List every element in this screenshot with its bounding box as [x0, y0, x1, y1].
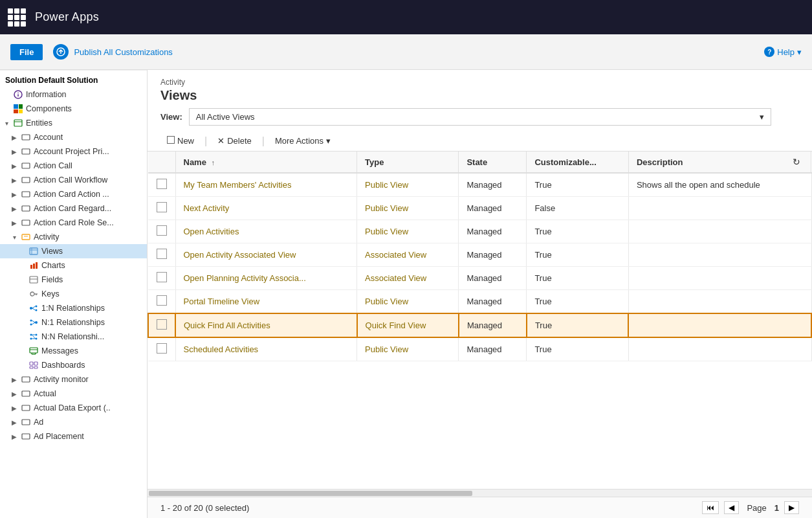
arrow-icon: ▶	[10, 390, 18, 398]
table-row[interactable]: Open Activity Associated ViewAssociated …	[148, 243, 811, 267]
sidebar-item-messages[interactable]: Messages	[0, 344, 147, 358]
sidebar-label-n1-rel: N:1 Relationships	[41, 318, 105, 327]
sidebar-item-n1-rel[interactable]: N:1 Relationships	[0, 315, 147, 330]
prev-page-button[interactable]: ◀	[724, 501, 739, 514]
dashboards-icon	[28, 360, 39, 370]
row-checkbox[interactable]	[157, 272, 167, 282]
sidebar-item-components[interactable]: Components	[0, 102, 147, 116]
entities-icon	[13, 118, 23, 128]
row-name-link[interactable]: Scheduled Activities	[184, 344, 259, 354]
table-row[interactable]: Scheduled ActivitiesPublic ViewManagedTr…	[148, 337, 811, 361]
table-row[interactable]: Open ActivitiesPublic ViewManagedTrue	[148, 220, 811, 243]
sidebar-item-charts[interactable]: Charts	[0, 258, 147, 273]
sidebar-item-action-card-regard[interactable]: ▶ Action Card Regard...	[0, 201, 147, 216]
col-header-type[interactable]: Type	[357, 152, 459, 173]
row-state-cell: Managed	[459, 243, 527, 267]
more-actions-button[interactable]: More Actions ▾	[269, 133, 337, 148]
sidebar-item-views[interactable]: Views	[0, 244, 147, 258]
table-row[interactable]: Portal Timeline ViewPublic ViewManagedTr…	[148, 290, 811, 314]
sidebar-item-actual[interactable]: ▶ Actual	[0, 387, 147, 401]
sidebar-item-action-card-role[interactable]: ▶ Action Card Role Se...	[0, 216, 147, 230]
sidebar-item-ad-placement[interactable]: ▶ Ad Placement	[0, 429, 147, 444]
sidebar-item-action-card-action[interactable]: ▶ Action Card Action ...	[0, 187, 147, 201]
horizontal-scrollbar[interactable]	[148, 489, 812, 497]
row-state-cell: Managed	[459, 220, 527, 243]
row-checkbox[interactable]	[157, 343, 167, 354]
row-name-link[interactable]: Quick Find All Activities	[184, 321, 270, 330]
solution-label: Solution Default Solution	[0, 70, 147, 87]
sidebar-item-dashboards[interactable]: Dashboards	[0, 358, 147, 372]
sidebar-item-information[interactable]: Information	[0, 87, 147, 102]
toolbar: File Publish All Customizations ? Help ▾	[0, 34, 812, 70]
waffle-menu[interactable]	[8, 8, 26, 27]
file-button[interactable]: File	[10, 44, 43, 60]
col-header-customizable[interactable]: Customizable...	[527, 152, 629, 173]
table-row[interactable]: Next ActivityPublic ViewManagedFalse	[148, 197, 811, 220]
svg-rect-10	[22, 177, 30, 183]
row-checkbox[interactable]	[157, 319, 167, 330]
sidebar-item-1n-rel[interactable]: 1:N Relationships	[0, 301, 147, 315]
sidebar-label-activity-monitor: Activity monitor	[34, 375, 89, 384]
sidebar-label-activity: Activity	[34, 232, 60, 242]
sidebar-label-action-card-action: Action Card Action ...	[34, 190, 109, 199]
row-name-link[interactable]: Open Activity Associated View	[184, 250, 296, 260]
entity-open-icon	[21, 232, 31, 242]
col-header-name[interactable]: Name ↑	[175, 152, 357, 173]
arrow-icon: ▶	[10, 163, 18, 170]
info-icon	[13, 89, 23, 100]
col-header-state[interactable]: State	[459, 152, 527, 173]
sidebar-item-fields[interactable]: Fields	[0, 273, 147, 287]
entity-icon	[21, 132, 31, 142]
row-name-link[interactable]: Open Activities	[184, 227, 239, 236]
pagination-summary: 1 - 20 of 20 (0 selected)	[160, 503, 249, 513]
help-area[interactable]: ? Help ▾	[764, 47, 802, 57]
sidebar-item-actual-data-export[interactable]: ▶ Actual Data Export (..	[0, 401, 147, 415]
table-row[interactable]: My Team Members' ActivitiesPublic ViewMa…	[148, 173, 811, 197]
sidebar-label-action-card-regard: Action Card Regard...	[34, 204, 111, 213]
row-name-cell: Scheduled Activities	[175, 337, 357, 361]
row-name-link[interactable]: Next Activity	[184, 203, 230, 213]
sidebar-item-action-call[interactable]: ▶ Action Call	[0, 159, 147, 173]
table-row[interactable]: Open Planning Activity Associa...Associa…	[148, 267, 811, 290]
row-name-link[interactable]: Open Planning Activity Associa...	[184, 273, 306, 283]
sidebar-item-activity-monitor[interactable]: ▶ Activity monitor	[0, 372, 147, 387]
row-checkbox[interactable]	[157, 225, 167, 236]
sidebar-label-keys: Keys	[41, 289, 60, 298]
sidebar-label-action-call: Action Call	[34, 161, 72, 170]
sidebar-item-activity[interactable]: ▾ Activity	[0, 230, 147, 244]
publish-link[interactable]: Publish All Customizations	[74, 47, 172, 57]
table-row[interactable]: Quick Find All ActivitiesQuick Find View…	[148, 313, 811, 337]
first-page-button[interactable]: ⏮	[702, 501, 719, 514]
row-name-link[interactable]: My Team Members' Activities	[184, 180, 292, 190]
row-checkbox[interactable]	[157, 202, 167, 212]
delete-label: Delete	[227, 136, 252, 146]
row-checkbox[interactable]	[157, 249, 167, 259]
row-checkbox[interactable]	[157, 295, 167, 306]
pagination-bar: 1 - 20 of 20 (0 selected) ⏮ ◀ Page 1 ▶	[148, 497, 812, 518]
refresh-button[interactable]: ↻	[793, 157, 800, 167]
row-state-cell: Managed	[459, 173, 527, 197]
next-page-button[interactable]: ▶	[784, 501, 799, 514]
1n-rel-icon	[28, 303, 39, 313]
svg-line-43	[32, 335, 36, 339]
expand-arrow-icon: ▾	[3, 120, 10, 127]
row-name-link[interactable]: Portal Timeline View	[184, 297, 260, 306]
row-state-cell: Managed	[459, 313, 527, 337]
row-checkbox[interactable]	[157, 179, 167, 189]
sidebar-item-ad[interactable]: ▶ Ad	[0, 415, 147, 429]
svg-rect-19	[30, 265, 32, 269]
sidebar-item-action-call-workflow[interactable]: ▶ Action Call Workflow	[0, 173, 147, 187]
svg-point-39	[36, 334, 38, 336]
view-dropdown[interactable]: All Active Views ▾	[189, 108, 771, 126]
entity-icon	[21, 388, 31, 399]
sidebar-item-account-project[interactable]: ▶ Account Project Pri...	[0, 144, 147, 159]
sidebar-item-entities[interactable]: ▾ Entities	[0, 116, 147, 130]
sidebar-item-keys[interactable]: Keys	[0, 287, 147, 301]
sidebar-item-account[interactable]: ▶ Account	[0, 130, 147, 144]
sidebar-item-nn-rel[interactable]: N:N Relationshi...	[0, 330, 147, 344]
row-type-cell: Public View	[357, 290, 459, 314]
new-button[interactable]: New	[160, 133, 201, 148]
delete-button[interactable]: ✕ Delete	[211, 133, 258, 148]
page-label: Page	[747, 503, 766, 513]
sidebar-label-account: Account	[34, 133, 63, 142]
